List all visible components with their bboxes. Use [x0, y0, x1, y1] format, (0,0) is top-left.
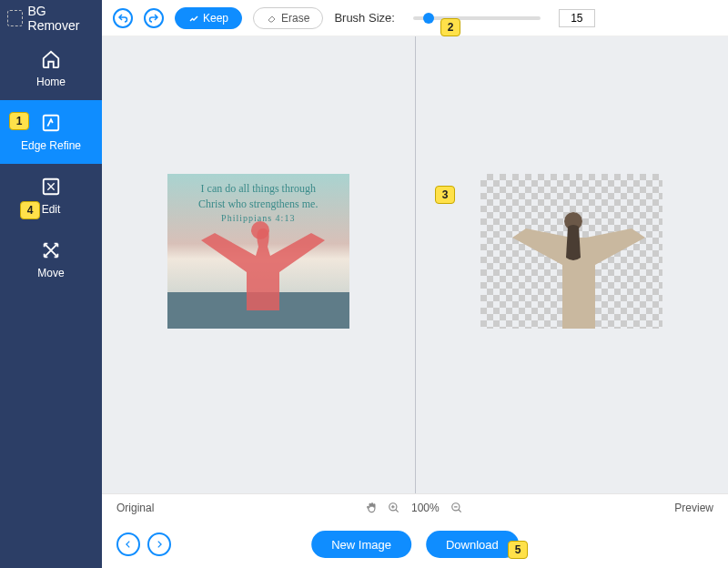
download-button[interactable]: Download [426, 531, 519, 558]
main-area: Keep Erase Brush Size: I can do all thin… [102, 0, 728, 568]
zoom-out-button[interactable] [449, 500, 465, 516]
app-header: BG Remover [0, 0, 102, 36]
brush-keep-icon [188, 13, 199, 24]
brush-size-slider[interactable] [413, 16, 541, 20]
keep-label: Keep [203, 12, 228, 25]
step-marker-4: 4 [20, 201, 40, 219]
person-mask-red [177, 219, 340, 310]
erase-label: Erase [281, 12, 309, 25]
zoom-value: 100% [411, 502, 440, 514]
app-logo-icon [7, 10, 23, 26]
original-pane: I can do all things through Christ who s… [102, 36, 415, 493]
original-label: Original [116, 502, 154, 514]
edit-icon [40, 176, 62, 198]
sidebar-item-edge-refine[interactable]: Edge Refine [0, 100, 102, 164]
eraser-icon [267, 13, 278, 24]
new-image-button[interactable]: New Image [311, 531, 411, 558]
sidebar-label: Home [36, 76, 66, 88]
step-marker-1: 1 [9, 112, 29, 130]
step-marker-2: 2 [440, 18, 460, 36]
sidebar-label: Move [37, 267, 64, 279]
sidebar: BG Remover Home Edge Refine Edit Move [0, 0, 102, 568]
keep-button[interactable]: Keep [175, 7, 242, 29]
svg-point-2 [251, 221, 269, 239]
original-image[interactable]: I can do all things through Christ who s… [167, 174, 349, 329]
toolbar: Keep Erase Brush Size: [102, 0, 728, 36]
move-icon [40, 239, 62, 261]
edge-refine-icon [40, 112, 62, 134]
home-icon [40, 48, 62, 70]
brush-size-input[interactable] [559, 9, 595, 27]
sidebar-item-home[interactable]: Home [0, 36, 102, 100]
status-bar: Original 100% Preview [102, 493, 728, 521]
bottom-bar: New Image Download [102, 521, 728, 568]
sidebar-label: Edge Refine [21, 139, 81, 152]
slider-thumb[interactable] [423, 13, 434, 24]
erase-button[interactable]: Erase [253, 7, 323, 29]
brush-size-label: Brush Size: [334, 11, 394, 25]
redo-button[interactable] [144, 8, 164, 28]
next-image-button[interactable] [147, 532, 171, 556]
pan-tool-button[interactable] [364, 500, 380, 516]
zoom-in-button[interactable] [386, 500, 402, 516]
undo-button[interactable] [113, 8, 133, 28]
canvas-area: I can do all things through Christ who s… [102, 36, 728, 493]
person-cutout [480, 174, 662, 329]
prev-image-button[interactable] [116, 532, 140, 556]
sidebar-item-edit[interactable]: Edit [0, 164, 102, 228]
original-image-text: I can do all things through Christ who s… [167, 181, 349, 225]
preview-pane [416, 36, 729, 493]
preview-image[interactable] [480, 174, 662, 329]
sidebar-item-move[interactable]: Move [0, 228, 102, 291]
step-marker-5: 5 [508, 541, 528, 559]
preview-label: Preview [674, 502, 713, 514]
step-marker-3: 3 [435, 186, 455, 204]
app-title: BG Remover [28, 4, 95, 33]
sidebar-label: Edit [42, 203, 61, 216]
svg-rect-0 [44, 116, 59, 131]
app-root: BG Remover Home Edge Refine Edit Move [0, 0, 728, 568]
